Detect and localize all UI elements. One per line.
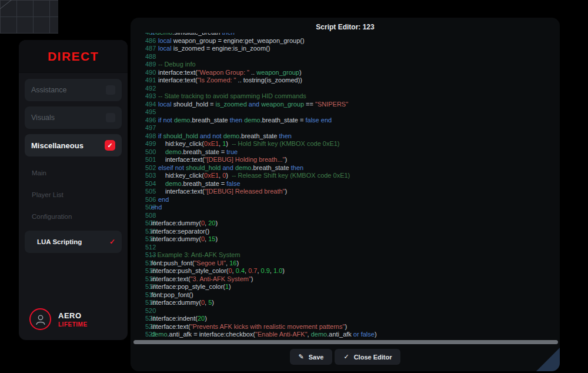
- line-number: 517: [131, 283, 151, 291]
- line-number: 510: [131, 228, 151, 236]
- code-text: local is_zoomed = engine:is_in_zoom(): [151, 45, 270, 53]
- assistance-checkbox[interactable]: [106, 85, 115, 95]
- line-number: 499: [131, 140, 151, 148]
- pencil-icon: ✎: [299, 353, 304, 361]
- script-editor-window: Script Editor: 123 485if demo.simulate_b…: [131, 18, 560, 371]
- background-grid-decoration: [0, 0, 58, 34]
- resize-grip[interactable]: [536, 348, 560, 371]
- line-number: 504: [131, 180, 151, 188]
- code-line: 490interface:text("Weapon Group: " .. we…: [131, 69, 560, 77]
- line-number: 511: [131, 235, 151, 244]
- code-text: interface:text("Is Zoomed: " .. tostring…: [151, 76, 302, 85]
- line-number: 505: [131, 188, 151, 196]
- code-line: 523demo.anti_afk = interface:checkbox("E…: [131, 331, 560, 338]
- user-info: AERO LIFETIME: [58, 311, 88, 328]
- check-icon: ✓: [343, 353, 349, 361]
- code-text: demo.breath_state = false: [151, 180, 240, 188]
- code-text: hid:key_click(0xE1, 0) -- Release Shift …: [151, 172, 350, 180]
- person-icon: [34, 313, 47, 326]
- check-icon: ✓: [107, 142, 112, 149]
- grid-diagonal-line: [0, 0, 15, 10]
- visuals-checkbox[interactable]: [106, 113, 115, 122]
- sidebar-item-lua-scripting[interactable]: LUA Scripting ✓: [25, 231, 122, 253]
- sidebar-item-miscellaneous[interactable]: Miscellaneous ✓: [25, 134, 122, 156]
- line-number: 500: [131, 148, 151, 156]
- code-text: demo.anti_afk = interface:checkbox("Enab…: [151, 331, 377, 338]
- code-text: interface:dummy(0, 20): [151, 219, 218, 228]
- direct-menu-window: DIRECT Assistance Visuals Miscellaneous …: [19, 40, 128, 340]
- line-number: 489: [131, 61, 151, 69]
- line-number: 506: [131, 196, 151, 204]
- code-line: 517interface:pop_style_color(1): [131, 283, 560, 291]
- sidebar-menu: Assistance Visuals Miscellaneous ✓ Main …: [19, 73, 128, 264]
- line-number: 493: [131, 92, 151, 101]
- sidebar-item-label: Assistance: [31, 86, 66, 94]
- code-line: 491interface:text("Is Zoomed: " .. tostr…: [131, 76, 560, 85]
- code-line: 522interface:text("Prevents AFK kicks wi…: [131, 323, 560, 331]
- line-number: 513: [131, 251, 151, 259]
- code-line: 498if should_hold and not demo.breath_st…: [131, 132, 560, 141]
- sidebar-header: DIRECT: [19, 40, 128, 73]
- code-text: interface:text("Weapon Group: " .. weapo…: [151, 69, 302, 77]
- code-line: 494local should_hold = is_zoomed and wea…: [131, 101, 560, 109]
- sidebar-item-main[interactable]: Main: [25, 162, 122, 184]
- avatar: [29, 308, 51, 330]
- code-line: 513-- Example 3: Anti-AFK System: [131, 251, 560, 259]
- code-text: [151, 108, 158, 116]
- code-line: 501interface:text("[DEBUG] Holding breat…: [131, 156, 560, 164]
- line-number: 502: [131, 164, 151, 172]
- line-number: 508: [131, 212, 151, 220]
- code-text: interface:indent(20): [151, 315, 207, 323]
- code-lines: 485if demo.simulate_breath then486local …: [131, 33, 560, 338]
- code-text: interface:pop_style_color(1): [151, 283, 231, 291]
- line-number: 487: [131, 45, 151, 53]
- sidebar-item-assistance[interactable]: Assistance: [25, 79, 122, 101]
- code-area[interactable]: 485if demo.simulate_breath then486local …: [131, 33, 560, 338]
- sidebar-item-player-list[interactable]: Player List: [25, 184, 122, 205]
- user-profile[interactable]: AERO LIFETIME: [29, 308, 88, 330]
- code-line: 512: [131, 244, 560, 252]
- line-number: 494: [131, 101, 151, 109]
- code-text: end: [151, 204, 162, 212]
- close-editor-button[interactable]: ✓ Close Editor: [335, 349, 400, 365]
- code-line: 503hid:key_click(0xE1, 0) -- Release Shi…: [131, 172, 560, 180]
- sidebar-item-configuration[interactable]: Configuration: [25, 205, 122, 227]
- line-number: 515: [131, 267, 151, 275]
- editor-footer: ✎ Save ✓ Close Editor: [131, 349, 560, 365]
- sidebar-item-label: Configuration: [32, 213, 72, 220]
- code-text: demo.breath_state = true: [151, 148, 238, 156]
- code-text: interface:text("Prevents AFK kicks with …: [151, 323, 347, 331]
- user-name: AERO: [58, 311, 88, 320]
- code-line: 489-- Debug info: [131, 61, 560, 69]
- line-number: 512: [131, 244, 151, 252]
- code-line: 510interface:separator(): [131, 228, 560, 236]
- code-line: 514font:push_font("Segoe UI", 16): [131, 259, 560, 268]
- code-text: interface:text("3. Anti-AFK System"): [151, 275, 253, 284]
- horizontal-scrollbar[interactable]: [133, 340, 558, 344]
- code-line: 486local weapon_group = engine:get_weapo…: [131, 37, 560, 45]
- line-number: 498: [131, 132, 151, 141]
- sidebar-item-label: Miscellaneous: [31, 141, 83, 150]
- code-line: 493-- State tracking to avoid spamming H…: [131, 92, 560, 101]
- line-number: 509: [131, 219, 151, 228]
- line-number: 490: [131, 69, 151, 77]
- code-text: elseif not should_hold and demo.breath_s…: [151, 164, 303, 172]
- line-number: 516: [131, 275, 151, 284]
- code-line: 488: [131, 53, 560, 61]
- line-number: 520: [131, 307, 151, 315]
- code-line: 516interface:text("3. Anti-AFK System"): [131, 275, 560, 284]
- code-text: interface:dummy(0, 15): [151, 235, 218, 244]
- line-number: 488: [131, 53, 151, 61]
- code-text: -- Example 3: Anti-AFK System: [151, 251, 240, 259]
- save-button[interactable]: ✎ Save: [290, 349, 333, 365]
- sidebar-item-visuals[interactable]: Visuals: [25, 106, 122, 129]
- sidebar-item-label: Visuals: [31, 114, 55, 122]
- line-number: 496: [131, 116, 151, 125]
- line-number: 507: [131, 204, 151, 212]
- code-text: hid:key_click(0xE1, 1) -- Hold Shift key…: [151, 140, 340, 148]
- line-number: 518: [131, 291, 151, 299]
- line-number: 486: [131, 37, 151, 45]
- code-text: interface:push_style_color(0, 0.4, 0.7, …: [151, 267, 285, 275]
- miscellaneous-checkbox[interactable]: ✓: [105, 140, 115, 151]
- code-text: [151, 53, 158, 61]
